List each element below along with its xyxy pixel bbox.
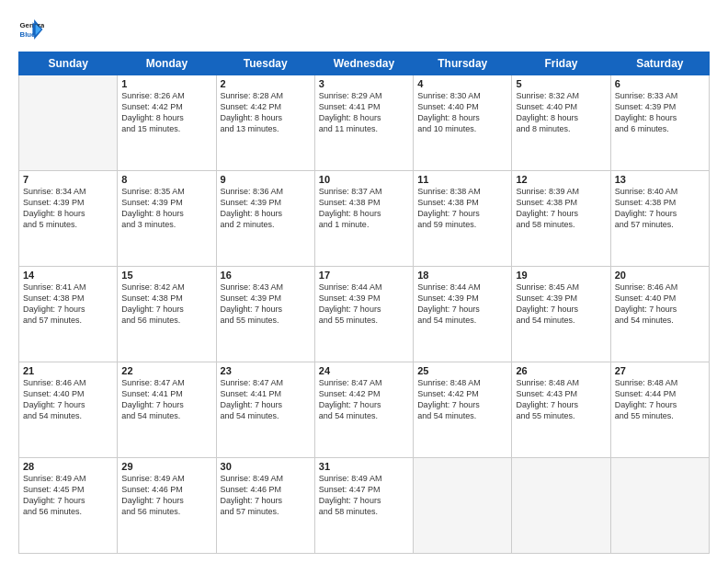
day-info: Sunrise: 8:45 AMSunset: 4:39 PMDaylight:… bbox=[516, 282, 606, 327]
calendar-cell: 19Sunrise: 8:45 AMSunset: 4:39 PMDayligh… bbox=[512, 267, 610, 362]
day-info: Sunrise: 8:41 AMSunset: 4:38 PMDaylight:… bbox=[23, 282, 113, 327]
day-info: Sunrise: 8:47 AMSunset: 4:41 PMDaylight:… bbox=[221, 377, 311, 422]
day-info: Sunrise: 8:38 AMSunset: 4:38 PMDaylight:… bbox=[417, 186, 507, 231]
day-number: 11 bbox=[417, 174, 507, 185]
calendar-cell: 1Sunrise: 8:26 AMSunset: 4:42 PMDaylight… bbox=[118, 75, 216, 171]
day-number: 5 bbox=[516, 78, 606, 89]
day-info: Sunrise: 8:47 AMSunset: 4:42 PMDaylight:… bbox=[319, 377, 409, 422]
calendar-cell: 24Sunrise: 8:47 AMSunset: 4:42 PMDayligh… bbox=[314, 362, 413, 458]
day-info: Sunrise: 8:33 AMSunset: 4:39 PMDaylight:… bbox=[615, 90, 705, 135]
day-number: 28 bbox=[23, 461, 113, 472]
calendar-cell: 31Sunrise: 8:49 AMSunset: 4:47 PMDayligh… bbox=[314, 458, 413, 554]
calendar-cell: 14Sunrise: 8:41 AMSunset: 4:38 PMDayligh… bbox=[19, 267, 118, 362]
day-info: Sunrise: 8:36 AMSunset: 4:39 PMDaylight:… bbox=[221, 186, 311, 231]
day-info: Sunrise: 8:28 AMSunset: 4:42 PMDaylight:… bbox=[221, 90, 311, 135]
calendar-header-row: SundayMondayTuesdayWednesdayThursdayFrid… bbox=[19, 52, 710, 75]
day-info: Sunrise: 8:48 AMSunset: 4:42 PMDaylight:… bbox=[417, 377, 507, 422]
day-info: Sunrise: 8:49 AMSunset: 4:46 PMDaylight:… bbox=[121, 473, 211, 518]
header: General Blue bbox=[18, 17, 710, 42]
day-info: Sunrise: 8:48 AMSunset: 4:44 PMDaylight:… bbox=[615, 377, 705, 422]
day-header-monday: Monday bbox=[118, 52, 216, 75]
day-number: 23 bbox=[221, 365, 311, 376]
calendar-cell: 21Sunrise: 8:46 AMSunset: 4:40 PMDayligh… bbox=[19, 362, 118, 458]
day-info: Sunrise: 8:35 AMSunset: 4:39 PMDaylight:… bbox=[121, 186, 211, 231]
day-info: Sunrise: 8:48 AMSunset: 4:43 PMDaylight:… bbox=[516, 377, 606, 422]
calendar-cell: 25Sunrise: 8:48 AMSunset: 4:42 PMDayligh… bbox=[414, 362, 512, 458]
calendar-cell bbox=[414, 458, 512, 554]
calendar-week-row: 1Sunrise: 8:26 AMSunset: 4:42 PMDaylight… bbox=[19, 75, 710, 171]
day-info: Sunrise: 8:40 AMSunset: 4:38 PMDaylight:… bbox=[615, 186, 705, 231]
day-number: 10 bbox=[319, 174, 409, 185]
day-info: Sunrise: 8:26 AMSunset: 4:42 PMDaylight:… bbox=[121, 90, 211, 135]
calendar-cell: 2Sunrise: 8:28 AMSunset: 4:42 PMDaylight… bbox=[216, 75, 314, 171]
calendar-cell: 18Sunrise: 8:44 AMSunset: 4:39 PMDayligh… bbox=[414, 267, 512, 362]
page: General Blue SundayMondayTuesdayWednesda… bbox=[0, 0, 728, 563]
calendar-cell: 11Sunrise: 8:38 AMSunset: 4:38 PMDayligh… bbox=[414, 171, 512, 267]
day-number: 26 bbox=[516, 365, 606, 376]
day-info: Sunrise: 8:37 AMSunset: 4:38 PMDaylight:… bbox=[319, 186, 409, 231]
day-header-saturday: Saturday bbox=[610, 52, 709, 75]
day-info: Sunrise: 8:44 AMSunset: 4:39 PMDaylight:… bbox=[417, 282, 507, 327]
day-number: 29 bbox=[121, 461, 211, 472]
day-info: Sunrise: 8:44 AMSunset: 4:39 PMDaylight:… bbox=[319, 282, 409, 327]
calendar-cell: 7Sunrise: 8:34 AMSunset: 4:39 PMDaylight… bbox=[19, 171, 118, 267]
day-number: 2 bbox=[221, 78, 311, 89]
day-info: Sunrise: 8:39 AMSunset: 4:38 PMDaylight:… bbox=[516, 186, 606, 231]
day-header-wednesday: Wednesday bbox=[314, 52, 413, 75]
day-number: 1 bbox=[121, 78, 211, 89]
calendar-cell: 8Sunrise: 8:35 AMSunset: 4:39 PMDaylight… bbox=[118, 171, 216, 267]
day-number: 31 bbox=[319, 461, 409, 472]
day-number: 27 bbox=[615, 365, 705, 376]
day-info: Sunrise: 8:46 AMSunset: 4:40 PMDaylight:… bbox=[615, 282, 705, 327]
calendar-cell: 20Sunrise: 8:46 AMSunset: 4:40 PMDayligh… bbox=[610, 267, 709, 362]
calendar-cell: 4Sunrise: 8:30 AMSunset: 4:40 PMDaylight… bbox=[414, 75, 512, 171]
calendar-cell: 29Sunrise: 8:49 AMSunset: 4:46 PMDayligh… bbox=[118, 458, 216, 554]
day-header-tuesday: Tuesday bbox=[216, 52, 314, 75]
day-number: 13 bbox=[615, 174, 705, 185]
day-info: Sunrise: 8:49 AMSunset: 4:47 PMDaylight:… bbox=[319, 473, 409, 518]
calendar-cell: 5Sunrise: 8:32 AMSunset: 4:40 PMDaylight… bbox=[512, 75, 610, 171]
svg-text:General: General bbox=[20, 21, 44, 29]
calendar-cell bbox=[610, 458, 709, 554]
day-number: 22 bbox=[121, 365, 211, 376]
calendar-table: SundayMondayTuesdayWednesdayThursdayFrid… bbox=[18, 52, 710, 554]
logo-icon: General Blue bbox=[18, 17, 44, 42]
day-info: Sunrise: 8:49 AMSunset: 4:45 PMDaylight:… bbox=[23, 473, 113, 518]
calendar-week-row: 14Sunrise: 8:41 AMSunset: 4:38 PMDayligh… bbox=[19, 267, 710, 362]
calendar-cell: 10Sunrise: 8:37 AMSunset: 4:38 PMDayligh… bbox=[314, 171, 413, 267]
calendar-cell: 22Sunrise: 8:47 AMSunset: 4:41 PMDayligh… bbox=[118, 362, 216, 458]
day-info: Sunrise: 8:29 AMSunset: 4:41 PMDaylight:… bbox=[319, 90, 409, 135]
day-number: 8 bbox=[121, 174, 211, 185]
day-header-thursday: Thursday bbox=[414, 52, 512, 75]
day-info: Sunrise: 8:42 AMSunset: 4:38 PMDaylight:… bbox=[121, 282, 211, 327]
calendar-cell: 27Sunrise: 8:48 AMSunset: 4:44 PMDayligh… bbox=[610, 362, 709, 458]
day-info: Sunrise: 8:30 AMSunset: 4:40 PMDaylight:… bbox=[417, 90, 507, 135]
day-info: Sunrise: 8:32 AMSunset: 4:40 PMDaylight:… bbox=[516, 90, 606, 135]
day-info: Sunrise: 8:34 AMSunset: 4:39 PMDaylight:… bbox=[23, 186, 113, 231]
day-number: 14 bbox=[23, 270, 113, 281]
calendar-cell: 12Sunrise: 8:39 AMSunset: 4:38 PMDayligh… bbox=[512, 171, 610, 267]
day-number: 12 bbox=[516, 174, 606, 185]
day-info: Sunrise: 8:46 AMSunset: 4:40 PMDaylight:… bbox=[23, 377, 113, 422]
day-info: Sunrise: 8:49 AMSunset: 4:46 PMDaylight:… bbox=[221, 473, 311, 518]
day-number: 21 bbox=[23, 365, 113, 376]
day-header-friday: Friday bbox=[512, 52, 610, 75]
day-info: Sunrise: 8:47 AMSunset: 4:41 PMDaylight:… bbox=[121, 377, 211, 422]
calendar-cell: 30Sunrise: 8:49 AMSunset: 4:46 PMDayligh… bbox=[216, 458, 314, 554]
day-number: 19 bbox=[516, 270, 606, 281]
calendar-week-row: 7Sunrise: 8:34 AMSunset: 4:39 PMDaylight… bbox=[19, 171, 710, 267]
calendar-week-row: 28Sunrise: 8:49 AMSunset: 4:45 PMDayligh… bbox=[19, 458, 710, 554]
calendar-cell: 23Sunrise: 8:47 AMSunset: 4:41 PMDayligh… bbox=[216, 362, 314, 458]
calendar-cell bbox=[512, 458, 610, 554]
calendar-cell: 16Sunrise: 8:43 AMSunset: 4:39 PMDayligh… bbox=[216, 267, 314, 362]
day-number: 25 bbox=[417, 365, 507, 376]
day-number: 20 bbox=[615, 270, 705, 281]
day-number: 4 bbox=[417, 78, 507, 89]
day-info: Sunrise: 8:43 AMSunset: 4:39 PMDaylight:… bbox=[221, 282, 311, 327]
calendar-cell bbox=[19, 75, 118, 171]
calendar-cell: 9Sunrise: 8:36 AMSunset: 4:39 PMDaylight… bbox=[216, 171, 314, 267]
calendar-cell: 3Sunrise: 8:29 AMSunset: 4:41 PMDaylight… bbox=[314, 75, 413, 171]
day-number: 17 bbox=[319, 270, 409, 281]
calendar-cell: 15Sunrise: 8:42 AMSunset: 4:38 PMDayligh… bbox=[118, 267, 216, 362]
day-number: 3 bbox=[319, 78, 409, 89]
